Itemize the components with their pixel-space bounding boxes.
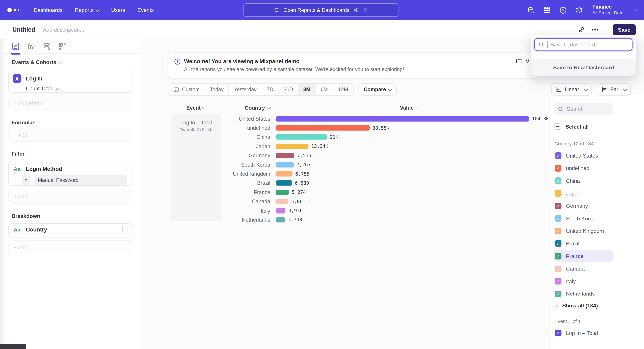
time-range-7d[interactable]: 7D: [262, 84, 278, 95]
checkbox-checked-icon[interactable]: ✓: [555, 266, 562, 272]
more-options-button[interactable]: •••: [591, 27, 599, 31]
events-cohorts-header[interactable]: Events & Cohorts: [12, 59, 62, 65]
bar-brazil[interactable]: [276, 180, 292, 186]
filter-country-netherlands[interactable]: ✓Netherlands: [554, 288, 613, 300]
time-range-yesterday[interactable]: Yesterday: [229, 84, 262, 95]
add-filter-button[interactable]: + Add: [8, 189, 132, 204]
nav-item-dashboards[interactable]: Dashboards: [34, 7, 62, 13]
aggregation-dropdown[interactable]: Count Total: [8, 83, 132, 96]
compare-button[interactable]: Compare: [358, 83, 397, 95]
copy-link-icon[interactable]: [578, 26, 585, 33]
filter-event-log-in-total[interactable]: ✓Log In – Total: [554, 327, 613, 339]
filter-country-japan[interactable]: ✓Japan: [554, 187, 613, 200]
breakdown-card[interactable]: Aa Country ⋮: [8, 223, 132, 237]
checkbox-checked-icon[interactable]: ✓: [555, 240, 562, 247]
retention-report-icon[interactable]: [58, 41, 68, 52]
kebab-menu-icon[interactable]: ⋮: [119, 226, 127, 233]
bar-south-korea[interactable]: [276, 162, 294, 167]
kebab-menu-icon[interactable]: ⋮: [119, 165, 127, 172]
time-range-6m[interactable]: 6M: [316, 84, 333, 95]
checkbox-checked-icon[interactable]: ✓: [555, 215, 562, 222]
save-dashboard-search-input[interactable]: Save to dashboard...: [534, 38, 632, 51]
project-switcher[interactable]: Finance All Project Data: [592, 4, 624, 16]
breakdown-property-name[interactable]: Country: [26, 227, 118, 233]
filter-country-label: United States: [566, 153, 598, 159]
help-icon[interactable]: ?: [560, 6, 567, 14]
column-header-value[interactable]: Value: [385, 105, 434, 111]
checkbox-checked-icon[interactable]: ✓: [555, 190, 562, 197]
date-range-toolbar: CustomTodayYesterday7D30D3M6M12M Compare: [168, 83, 397, 95]
flows-report-icon[interactable]: [42, 41, 52, 52]
add-formula-button[interactable]: + Add: [8, 128, 132, 142]
bar-united-kingdom[interactable]: [276, 171, 292, 177]
filter-country-label: Germany: [566, 203, 588, 209]
filter-country-undefined[interactable]: ✓undefined: [554, 162, 613, 174]
nav-item-events[interactable]: Events: [137, 7, 154, 13]
scale-dropdown[interactable]: Linear: [551, 83, 592, 95]
time-range-12m[interactable]: 12M: [333, 84, 353, 95]
chevron-down-icon[interactable]: [634, 7, 638, 11]
bar-united-states[interactable]: [276, 116, 529, 121]
filter-country-italy[interactable]: ✓Italy: [554, 275, 613, 288]
add-breakdown-button[interactable]: + Add: [8, 240, 132, 254]
bar-undefined[interactable]: [276, 125, 370, 131]
settings-gear-icon[interactable]: [576, 6, 583, 14]
kebab-menu-icon[interactable]: ⋮: [119, 75, 127, 82]
bar-japan[interactable]: [276, 144, 308, 149]
funnels-report-icon[interactable]: [26, 41, 36, 52]
checkbox-checked-icon[interactable]: ✓: [555, 253, 562, 260]
chart-row-france: France5,274: [213, 188, 549, 197]
time-range-today[interactable]: Today: [205, 84, 229, 95]
add-metric-button[interactable]: + Add Metric: [8, 96, 132, 110]
filter-country-south-korea[interactable]: ✓South Korea: [554, 212, 613, 225]
save-to-new-dashboard-button[interactable]: Save to New Dashboard: [531, 59, 636, 75]
checkbox-checked-icon[interactable]: ✓: [555, 203, 562, 209]
filter-country-united-states[interactable]: ✓United States: [554, 149, 613, 162]
filter-country-china[interactable]: ✓China: [554, 174, 613, 187]
bar-netherlands[interactable]: [276, 217, 285, 222]
checkbox-checked-icon[interactable]: ✓: [555, 178, 562, 184]
checkbox-checked-icon[interactable]: ✓: [555, 228, 562, 234]
insights-report-icon[interactable]: [11, 41, 21, 52]
bar-france[interactable]: [276, 190, 289, 195]
checkbox-checked-icon[interactable]: ✓: [555, 165, 562, 171]
add-description-button[interactable]: + Add description...: [38, 26, 84, 33]
time-range-30d[interactable]: 30D: [279, 84, 298, 95]
checkbox-checked-icon[interactable]: ✓: [555, 291, 562, 297]
column-header-country[interactable]: Country: [221, 105, 270, 111]
filter-country-brazil[interactable]: ✓Brazil: [554, 237, 613, 250]
filter-country-united-kingdom[interactable]: ✓United Kingdom: [554, 225, 613, 237]
filter-card[interactable]: Aa Login Method ⋮ = Manual Password: [8, 161, 132, 186]
mixpanel-logo-icon[interactable]: [8, 8, 23, 12]
filter-country-france[interactable]: ✓France: [554, 250, 613, 263]
bar-canada[interactable]: [276, 199, 288, 204]
data-management-icon[interactable]: [528, 6, 535, 14]
filter-value[interactable]: Manual Password: [34, 175, 127, 185]
filter-country-canada[interactable]: ✓Canada: [554, 263, 613, 275]
view-board-button[interactable]: V: [516, 58, 529, 64]
checkbox-checked-icon[interactable]: ✓: [555, 330, 562, 336]
nav-item-reports[interactable]: Reports: [75, 7, 99, 13]
filter-operator[interactable]: =: [22, 175, 30, 185]
save-button[interactable]: Save: [613, 24, 636, 35]
show-all-toggle[interactable]: Show all (184): [554, 303, 598, 309]
bar-italy[interactable]: [276, 208, 286, 213]
report-title[interactable]: Untitled: [12, 26, 35, 33]
time-range-3m[interactable]: 3M: [298, 84, 316, 95]
time-range-custom[interactable]: Custom: [168, 84, 205, 95]
global-search-button[interactable]: Open Reports & Dashboards ⌘ + K: [243, 3, 398, 17]
bar-germany[interactable]: [276, 153, 294, 158]
column-header-event[interactable]: Event: [171, 105, 221, 111]
select-all-checkbox[interactable]: Select all: [554, 123, 589, 130]
filter-country-germany[interactable]: ✓Germany: [554, 200, 613, 212]
nav-item-users[interactable]: Users: [111, 7, 125, 13]
checkbox-checked-icon[interactable]: ✓: [555, 278, 562, 285]
metric-card[interactable]: A Log In ⋮ Count Total: [8, 70, 132, 93]
bar-china[interactable]: [276, 134, 327, 140]
filter-property-name[interactable]: Login Method: [26, 166, 118, 172]
panel-search-input[interactable]: Search: [554, 103, 613, 115]
chart-type-dropdown[interactable]: Bar: [597, 83, 631, 95]
metric-event-name[interactable]: Log In: [26, 76, 118, 82]
apps-grid-icon[interactable]: [544, 6, 551, 14]
checkbox-checked-icon[interactable]: ✓: [555, 152, 562, 159]
